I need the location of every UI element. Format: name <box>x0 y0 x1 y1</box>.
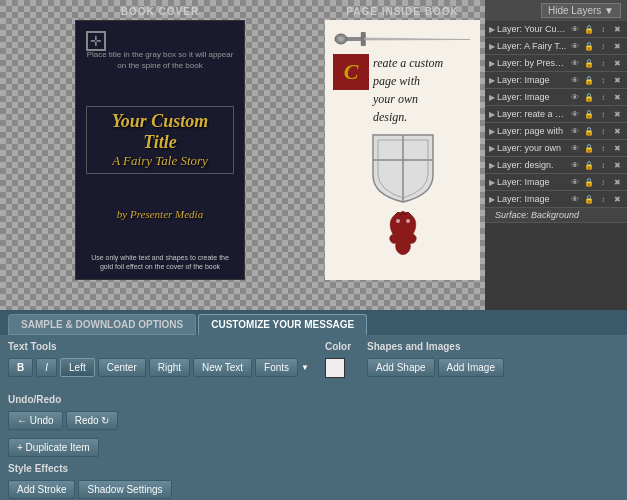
eye-icon[interactable]: 👁 <box>569 159 581 171</box>
delete-icon[interactable]: ✖ <box>611 193 623 205</box>
layer-item[interactable]: ▶ Layer: Your Cust... 👁 🔒 ↕ ✖ <box>485 21 627 38</box>
align-right-button[interactable]: Right <box>149 358 190 377</box>
move-icon[interactable]: ↕ <box>597 193 609 205</box>
layer-item[interactable]: ▶ Layer: A Fairy T... 👁 🔒 ↕ ✖ <box>485 38 627 55</box>
layer-item[interactable]: ▶ Layer: Image 👁 🔒 ↕ ✖ <box>485 72 627 89</box>
eye-icon[interactable]: 👁 <box>569 74 581 86</box>
layer-icons: 👁 🔒 ↕ ✖ <box>569 23 623 35</box>
svg-marker-2 <box>366 38 470 40</box>
layer-item[interactable]: ▶ Layer: Image 👁 🔒 ↕ ✖ <box>485 191 627 208</box>
bold-button[interactable]: B <box>8 358 33 377</box>
book-cover-label: BOOK COVER <box>121 6 199 17</box>
layer-item[interactable]: ▶ Layer: Image 👁 🔒 ↕ ✖ <box>485 174 627 191</box>
color-label: Color <box>325 341 351 352</box>
drag-handle[interactable]: ✛ <box>86 31 106 51</box>
align-left-button[interactable]: Left <box>60 358 95 377</box>
tab-customize-message[interactable]: CUSTOMIZE YOUR MESSAGE <box>198 314 367 335</box>
align-center-button[interactable]: Center <box>98 358 146 377</box>
layer-item[interactable]: ▶ Layer: reate a c... 👁 🔒 ↕ ✖ <box>485 106 627 123</box>
white-text-note: Use only white text and shapes to create… <box>86 253 234 271</box>
add-image-button[interactable]: Add Image <box>438 358 504 377</box>
move-icon[interactable]: ↕ <box>597 176 609 188</box>
move-icon[interactable]: ↕ <box>597 74 609 86</box>
layer-item[interactable]: ▶ Layer: design. 👁 🔒 ↕ ✖ <box>485 157 627 174</box>
tabs-row: SAMPLE & DOWNLOAD OPTIONS CUSTOMIZE YOUR… <box>0 310 627 335</box>
style-effects-buttons: Add Stroke Shadow Settings <box>8 480 172 499</box>
text-tools-group: Text Tools B I Left Center Right New Tex… <box>8 341 309 377</box>
color-row <box>325 358 351 378</box>
lock-icon[interactable]: 🔒 <box>583 74 595 86</box>
delete-icon[interactable]: ✖ <box>611 176 623 188</box>
italic-button[interactable]: I <box>36 358 57 377</box>
delete-icon[interactable]: ✖ <box>611 108 623 120</box>
move-icon[interactable]: ↕ <box>597 125 609 137</box>
eye-icon[interactable]: 👁 <box>569 91 581 103</box>
page-italic-text: reate a custom page with your own design… <box>373 54 443 126</box>
color-swatch[interactable] <box>325 358 345 378</box>
layer-item[interactable]: ▶ Layer: page with 👁 🔒 ↕ ✖ <box>485 123 627 140</box>
add-shape-button[interactable]: Add Shape <box>367 358 435 377</box>
delete-icon[interactable]: ✖ <box>611 91 623 103</box>
delete-icon[interactable]: ✖ <box>611 23 623 35</box>
lock-icon[interactable]: 🔒 <box>583 125 595 137</box>
move-icon[interactable]: ↕ <box>597 23 609 35</box>
duplicate-item-button[interactable]: + Duplicate Item <box>8 438 99 457</box>
delete-icon[interactable]: ✖ <box>611 40 623 52</box>
eye-icon[interactable]: 👁 <box>569 193 581 205</box>
book-cover-section: BOOK COVER ✛ Place title in the gray box… <box>0 0 320 310</box>
move-icon[interactable]: ↕ <box>597 40 609 52</box>
layer-name: Layer: Your Cust... <box>497 24 567 34</box>
move-icon[interactable]: ↕ <box>597 57 609 69</box>
delete-icon[interactable]: ✖ <box>611 159 623 171</box>
add-stroke-button[interactable]: Add Stroke <box>8 480 75 499</box>
undo-button[interactable]: ← Undo <box>8 411 63 430</box>
page-content: C reate a custom page with your own desi… <box>325 20 480 280</box>
page-text-area: C reate a custom page with your own desi… <box>333 54 472 126</box>
svg-point-8 <box>396 219 400 223</box>
page-inside-label: PAGE INSIDE BOOK <box>346 6 459 17</box>
tools-row: Text Tools B I Left Center Right New Tex… <box>0 335 627 463</box>
eye-icon[interactable]: 👁 <box>569 142 581 154</box>
delete-icon[interactable]: ✖ <box>611 57 623 69</box>
eye-icon[interactable]: 👁 <box>569 23 581 35</box>
eye-icon[interactable]: 👁 <box>569 125 581 137</box>
hide-layers-button[interactable]: Hide Layers ▼ <box>541 3 621 18</box>
shapes-group: Shapes and Images Add Shape Add Image <box>367 341 504 377</box>
lock-icon[interactable]: 🔒 <box>583 91 595 103</box>
svg-point-5 <box>338 37 344 42</box>
eye-icon[interactable]: 👁 <box>569 57 581 69</box>
eye-icon[interactable]: 👁 <box>569 176 581 188</box>
new-text-button[interactable]: New Text <box>193 358 252 377</box>
delete-icon[interactable]: ✖ <box>611 142 623 154</box>
lock-icon[interactable]: 🔒 <box>583 159 595 171</box>
shapes-label: Shapes and Images <box>367 341 504 352</box>
lock-icon[interactable]: 🔒 <box>583 23 595 35</box>
lock-icon[interactable]: 🔒 <box>583 176 595 188</box>
eye-icon[interactable]: 👁 <box>569 40 581 52</box>
lock-icon[interactable]: 🔒 <box>583 142 595 154</box>
layer-item[interactable]: ▶ Layer: your own 👁 🔒 ↕ ✖ <box>485 140 627 157</box>
spine-text: Place title in the gray box so it will a… <box>86 49 234 71</box>
lock-icon[interactable]: 🔒 <box>583 40 595 52</box>
move-icon[interactable]: ↕ <box>597 142 609 154</box>
surface-layer[interactable]: Surface: Background <box>485 208 627 223</box>
tab-sample-download[interactable]: SAMPLE & DOWNLOAD OPTIONS <box>8 314 196 335</box>
text-format-buttons: B I Left Center Right New Text Fonts ▼ <box>8 358 309 377</box>
move-icon[interactable]: ↕ <box>597 159 609 171</box>
lock-icon[interactable]: 🔒 <box>583 57 595 69</box>
fonts-button[interactable]: Fonts <box>255 358 298 377</box>
shadow-settings-button[interactable]: Shadow Settings <box>78 480 171 499</box>
layer-item[interactable]: ▶ Layer: Image 👁 🔒 ↕ ✖ <box>485 89 627 106</box>
fonts-dropdown-icon[interactable]: ▼ <box>301 363 309 372</box>
layer-item[interactable]: ▶ Layer: by Presen... 👁 🔒 ↕ ✖ <box>485 55 627 72</box>
lock-icon[interactable]: 🔒 <box>583 108 595 120</box>
lock-icon[interactable]: 🔒 <box>583 193 595 205</box>
move-icon[interactable]: ↕ <box>597 91 609 103</box>
eye-icon[interactable]: 👁 <box>569 108 581 120</box>
redo-button[interactable]: Redo ↻ <box>66 411 119 430</box>
lion-image <box>333 207 472 257</box>
delete-icon[interactable]: ✖ <box>611 125 623 137</box>
layers-panel: Hide Layers ▼ ▶ Layer: Your Cust... 👁 🔒 … <box>485 0 627 310</box>
move-icon[interactable]: ↕ <box>597 108 609 120</box>
delete-icon[interactable]: ✖ <box>611 74 623 86</box>
